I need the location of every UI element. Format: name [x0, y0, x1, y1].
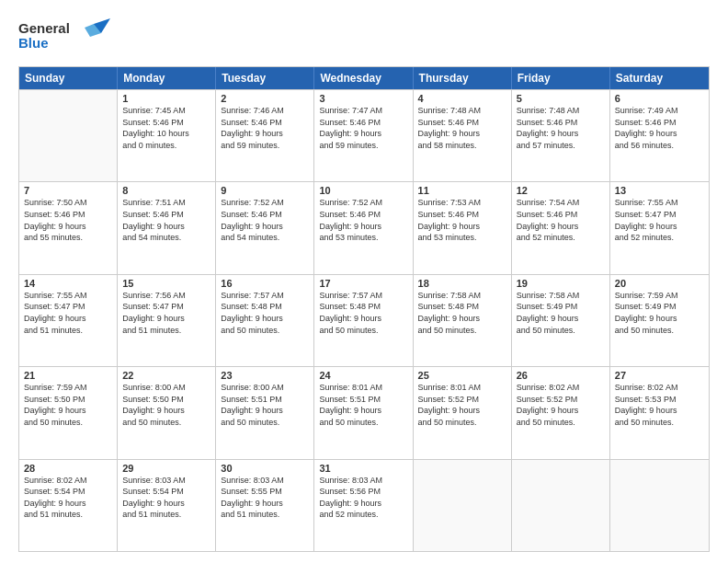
day-info: Sunrise: 7:57 AM Sunset: 5:48 PM Dayligh… [221, 290, 309, 336]
day-info: Sunrise: 7:48 AM Sunset: 5:46 PM Dayligh… [517, 105, 605, 151]
day-number: 14 [24, 278, 112, 289]
day-info: Sunrise: 8:03 AM Sunset: 5:55 PM Dayligh… [221, 475, 309, 521]
calendar-cell: 28Sunrise: 8:02 AM Sunset: 5:54 PM Dayli… [19, 460, 118, 551]
calendar-row-0: 1Sunrise: 7:45 AM Sunset: 5:46 PM Daylig… [19, 89, 709, 181]
day-number: 26 [517, 370, 605, 381]
calendar-cell: 7Sunrise: 7:50 AM Sunset: 5:46 PM Daylig… [19, 182, 118, 273]
day-info: Sunrise: 8:00 AM Sunset: 5:51 PM Dayligh… [221, 382, 309, 428]
calendar-cell [512, 460, 610, 551]
calendar-cell: 18Sunrise: 7:58 AM Sunset: 5:48 PM Dayli… [414, 275, 512, 366]
calendar-row-1: 7Sunrise: 7:50 AM Sunset: 5:46 PM Daylig… [19, 181, 709, 273]
day-number: 28 [24, 463, 112, 474]
calendar-row-2: 14Sunrise: 7:55 AM Sunset: 5:47 PM Dayli… [19, 274, 709, 366]
day-info: Sunrise: 7:49 AM Sunset: 5:46 PM Dayligh… [615, 105, 704, 151]
day-info: Sunrise: 7:59 AM Sunset: 5:50 PM Dayligh… [24, 382, 112, 428]
calendar-cell: 4Sunrise: 7:48 AM Sunset: 5:46 PM Daylig… [414, 90, 512, 181]
calendar-cell: 24Sunrise: 8:01 AM Sunset: 5:51 PM Dayli… [314, 367, 413, 458]
day-number: 5 [517, 93, 605, 104]
calendar-cell: 8Sunrise: 7:51 AM Sunset: 5:46 PM Daylig… [118, 182, 216, 273]
day-number: 20 [615, 278, 704, 289]
calendar-cell: 12Sunrise: 7:54 AM Sunset: 5:46 PM Dayli… [512, 182, 610, 273]
day-number: 11 [418, 185, 506, 196]
day-number: 12 [517, 185, 605, 196]
day-info: Sunrise: 8:02 AM Sunset: 5:52 PM Dayligh… [517, 382, 605, 428]
calendar-cell: 20Sunrise: 7:59 AM Sunset: 5:49 PM Dayli… [610, 275, 709, 366]
calendar-cell: 31Sunrise: 8:03 AM Sunset: 5:56 PM Dayli… [314, 460, 413, 551]
calendar-cell: 19Sunrise: 7:58 AM Sunset: 5:49 PM Dayli… [512, 275, 610, 366]
day-number: 23 [221, 370, 309, 381]
day-info: Sunrise: 7:51 AM Sunset: 5:46 PM Dayligh… [122, 197, 210, 243]
day-number: 9 [221, 185, 309, 196]
calendar-cell: 2Sunrise: 7:46 AM Sunset: 5:46 PM Daylig… [216, 90, 314, 181]
calendar-cell: 13Sunrise: 7:55 AM Sunset: 5:47 PM Dayli… [610, 182, 709, 273]
day-info: Sunrise: 7:55 AM Sunset: 5:47 PM Dayligh… [615, 197, 704, 243]
calendar-cell: 9Sunrise: 7:52 AM Sunset: 5:46 PM Daylig… [216, 182, 314, 273]
calendar-cell: 5Sunrise: 7:48 AM Sunset: 5:46 PM Daylig… [512, 90, 610, 181]
day-info: Sunrise: 8:03 AM Sunset: 5:56 PM Dayligh… [319, 475, 407, 521]
day-number: 30 [221, 463, 309, 474]
day-info: Sunrise: 7:54 AM Sunset: 5:46 PM Dayligh… [517, 197, 605, 243]
day-info: Sunrise: 7:45 AM Sunset: 5:46 PM Dayligh… [122, 105, 210, 151]
calendar-cell: 6Sunrise: 7:49 AM Sunset: 5:46 PM Daylig… [610, 90, 709, 181]
day-info: Sunrise: 7:59 AM Sunset: 5:49 PM Dayligh… [615, 290, 704, 336]
weekday-header-saturday: Saturday [610, 67, 709, 89]
calendar-row-3: 21Sunrise: 7:59 AM Sunset: 5:50 PM Dayli… [19, 366, 709, 458]
day-info: Sunrise: 7:55 AM Sunset: 5:47 PM Dayligh… [24, 290, 112, 336]
calendar-cell [414, 460, 512, 551]
day-info: Sunrise: 7:52 AM Sunset: 5:46 PM Dayligh… [319, 197, 407, 243]
day-number: 24 [319, 370, 407, 381]
day-info: Sunrise: 8:03 AM Sunset: 5:54 PM Dayligh… [122, 475, 210, 521]
day-info: Sunrise: 7:50 AM Sunset: 5:46 PM Dayligh… [24, 197, 112, 243]
day-info: Sunrise: 7:53 AM Sunset: 5:46 PM Dayligh… [418, 197, 506, 243]
calendar-body: 1Sunrise: 7:45 AM Sunset: 5:46 PM Daylig… [19, 89, 709, 551]
day-number: 15 [122, 278, 210, 289]
calendar-header: SundayMondayTuesdayWednesdayThursdayFrid… [19, 67, 709, 89]
weekday-header-monday: Monday [118, 67, 216, 89]
day-info: Sunrise: 7:47 AM Sunset: 5:46 PM Dayligh… [319, 105, 407, 151]
calendar-cell: 14Sunrise: 7:55 AM Sunset: 5:47 PM Dayli… [19, 275, 118, 366]
calendar-cell: 17Sunrise: 7:57 AM Sunset: 5:48 PM Dayli… [314, 275, 413, 366]
svg-text:Blue: Blue [18, 35, 49, 51]
day-number: 18 [418, 278, 506, 289]
day-number: 10 [319, 185, 407, 196]
weekday-header-thursday: Thursday [414, 67, 512, 89]
calendar-cell: 10Sunrise: 7:52 AM Sunset: 5:46 PM Dayli… [314, 182, 413, 273]
day-number: 31 [319, 463, 407, 474]
day-info: Sunrise: 7:46 AM Sunset: 5:46 PM Dayligh… [221, 105, 309, 151]
day-number: 27 [615, 370, 704, 381]
day-number: 21 [24, 370, 112, 381]
day-info: Sunrise: 7:57 AM Sunset: 5:48 PM Dayligh… [319, 290, 407, 336]
calendar-cell: 21Sunrise: 7:59 AM Sunset: 5:50 PM Dayli… [19, 367, 118, 458]
calendar-cell [610, 460, 709, 551]
day-number: 1 [122, 93, 210, 104]
day-info: Sunrise: 8:02 AM Sunset: 5:54 PM Dayligh… [24, 475, 112, 521]
calendar-cell: 27Sunrise: 8:02 AM Sunset: 5:53 PM Dayli… [610, 367, 709, 458]
day-info: Sunrise: 7:48 AM Sunset: 5:46 PM Dayligh… [418, 105, 506, 151]
day-number: 16 [221, 278, 309, 289]
calendar-cell: 1Sunrise: 7:45 AM Sunset: 5:46 PM Daylig… [118, 90, 216, 181]
weekday-header-wednesday: Wednesday [314, 67, 413, 89]
svg-text:General: General [18, 20, 70, 36]
calendar: SundayMondayTuesdayWednesdayThursdayFrid… [18, 66, 710, 552]
weekday-header-friday: Friday [512, 67, 610, 89]
calendar-cell [19, 90, 118, 181]
calendar-cell: 11Sunrise: 7:53 AM Sunset: 5:46 PM Dayli… [414, 182, 512, 273]
calendar-cell: 16Sunrise: 7:57 AM Sunset: 5:48 PM Dayli… [216, 275, 314, 366]
day-number: 25 [418, 370, 506, 381]
day-number: 29 [122, 463, 210, 474]
calendar-cell: 22Sunrise: 8:00 AM Sunset: 5:50 PM Dayli… [118, 367, 216, 458]
day-number: 4 [418, 93, 506, 104]
calendar-cell: 3Sunrise: 7:47 AM Sunset: 5:46 PM Daylig… [314, 90, 413, 181]
calendar-cell: 30Sunrise: 8:03 AM Sunset: 5:55 PM Dayli… [216, 460, 314, 551]
header: General Blue [18, 17, 710, 57]
calendar-cell: 26Sunrise: 8:02 AM Sunset: 5:52 PM Dayli… [512, 367, 610, 458]
logo: General Blue [18, 17, 110, 57]
calendar-cell: 23Sunrise: 8:00 AM Sunset: 5:51 PM Dayli… [216, 367, 314, 458]
day-info: Sunrise: 8:01 AM Sunset: 5:52 PM Dayligh… [418, 382, 506, 428]
day-info: Sunrise: 8:02 AM Sunset: 5:53 PM Dayligh… [615, 382, 704, 428]
day-number: 2 [221, 93, 309, 104]
calendar-cell: 29Sunrise: 8:03 AM Sunset: 5:54 PM Dayli… [118, 460, 216, 551]
day-info: Sunrise: 8:00 AM Sunset: 5:50 PM Dayligh… [122, 382, 210, 428]
day-number: 7 [24, 185, 112, 196]
day-number: 13 [615, 185, 704, 196]
